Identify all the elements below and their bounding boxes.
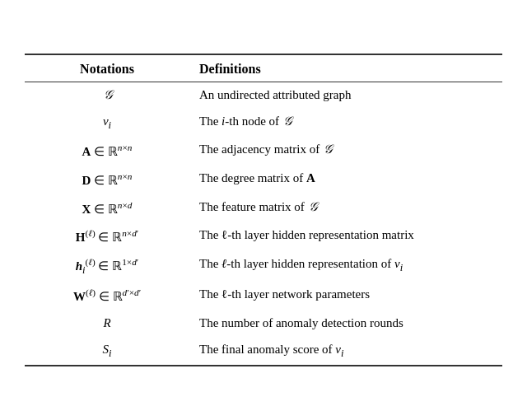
table-row: X ∈ ℝn×dThe feature matrix of 𝒢: [25, 194, 502, 223]
definition-cell: The adjacency matrix of 𝒢: [189, 137, 502, 166]
notation-cell: X ∈ ℝn×d: [25, 194, 189, 223]
definition-cell: The ℓ-th layer network parameters: [189, 282, 502, 310]
table-row: D ∈ ℝn×nThe degree matrix of A: [25, 166, 502, 194]
table-row: hi(ℓ) ∈ ℝ1×d′The ℓ-th layer hidden repre…: [25, 251, 502, 282]
notation-cell: 𝒢: [25, 82, 189, 109]
definition-cell: The number of anomaly detection rounds: [189, 310, 502, 337]
table-row: A ∈ ℝn×nThe adjacency matrix of 𝒢: [25, 137, 502, 166]
col-definitions-header: Definitions: [189, 55, 502, 82]
definition-cell: The i-th node of 𝒢: [189, 109, 502, 137]
definition-cell: The degree matrix of A: [189, 166, 502, 194]
notation-cell: W(ℓ) ∈ ℝd′×d′: [25, 282, 189, 310]
table-row: 𝒢An undirected attributed graph: [25, 82, 502, 109]
notation-table-wrapper: Notations Definitions 𝒢An undirected att…: [25, 54, 502, 366]
notation-cell: D ∈ ℝn×n: [25, 166, 189, 194]
definition-cell: An undirected attributed graph: [189, 82, 502, 109]
notation-cell: R: [25, 310, 189, 337]
notation-cell: Si: [25, 337, 189, 365]
table-row: SiThe final anomaly score of vi: [25, 337, 502, 365]
table-row: RThe number of anomaly detection rounds: [25, 310, 502, 337]
definition-cell: The final anomaly score of vi: [189, 337, 502, 365]
definition-cell: The ℓ-th layer hidden representation mat…: [189, 222, 502, 251]
notation-table: Notations Definitions 𝒢An undirected att…: [25, 55, 502, 365]
notation-cell: hi(ℓ) ∈ ℝ1×d′: [25, 251, 189, 282]
table-row: viThe i-th node of 𝒢: [25, 109, 502, 137]
definition-cell: The ℓ-th layer hidden representation of …: [189, 251, 502, 282]
col-notations-header: Notations: [25, 55, 189, 82]
table-row: W(ℓ) ∈ ℝd′×d′The ℓ-th layer network para…: [25, 282, 502, 310]
notation-cell: vi: [25, 109, 189, 137]
notation-cell: A ∈ ℝn×n: [25, 137, 189, 166]
definition-cell: The feature matrix of 𝒢: [189, 194, 502, 223]
notation-cell: H(ℓ) ∈ ℝn×d′: [25, 222, 189, 251]
table-row: H(ℓ) ∈ ℝn×d′The ℓ-th layer hidden repres…: [25, 222, 502, 251]
